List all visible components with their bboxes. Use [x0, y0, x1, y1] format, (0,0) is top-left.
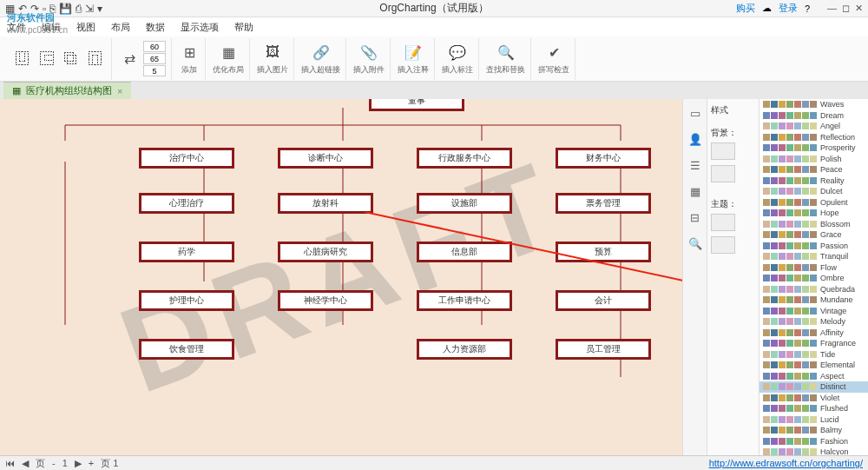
- export-icon[interactable]: ⇲: [85, 3, 94, 15]
- theme-row[interactable]: Grace: [760, 229, 868, 241]
- close-icon[interactable]: ✕: [855, 3, 863, 14]
- org-node[interactable]: 预算: [556, 242, 651, 262]
- menu-file[interactable]: 文件: [7, 21, 26, 34]
- theme-row[interactable]: Mundane: [760, 295, 868, 306]
- org-node[interactable]: 心脏病研究: [278, 242, 373, 262]
- theme-row[interactable]: Melody: [760, 316, 868, 328]
- theme-row[interactable]: Quebrada: [760, 284, 868, 295]
- spacing-w[interactable]: [143, 41, 166, 52]
- org-node[interactable]: 票务管理: [556, 193, 651, 214]
- theme-row[interactable]: Opulent: [760, 197, 868, 209]
- tab-close-icon[interactable]: ×: [117, 86, 122, 96]
- theme-row[interactable]: Vintage: [760, 306, 868, 317]
- minimize-icon[interactable]: —: [827, 3, 837, 14]
- theme-row[interactable]: Ombre: [760, 273, 868, 284]
- page-add-icon[interactable]: +: [89, 458, 94, 468]
- theme-row[interactable]: Halcyon: [760, 447, 868, 455]
- org-node-root[interactable]: 董事: [369, 99, 464, 111]
- org-node[interactable]: 护理中心: [139, 290, 234, 311]
- note-icon[interactable]: 📝: [403, 42, 424, 63]
- theme-row[interactable]: Angel: [760, 121, 868, 132]
- theme-row[interactable]: Lucid: [760, 414, 868, 426]
- org-node[interactable]: 神经学中心: [278, 290, 373, 311]
- menu-edit[interactable]: 编辑: [42, 21, 61, 34]
- org-node[interactable]: 员工管理: [556, 339, 651, 360]
- theme-row[interactable]: Tide: [760, 349, 868, 361]
- new-icon[interactable]: ▫: [43, 3, 46, 15]
- org-node[interactable]: 药学: [139, 242, 234, 262]
- theme-row[interactable]: Waves: [760, 99, 868, 110]
- theme-row[interactable]: Fashion: [760, 436, 868, 447]
- bg-thumb-1[interactable]: [711, 142, 735, 160]
- card-icon[interactable]: ▭: [687, 104, 704, 122]
- buy-link[interactable]: 购买: [736, 2, 755, 15]
- print-icon[interactable]: ⎙: [76, 3, 82, 15]
- org-node[interactable]: 诊断中心: [278, 148, 373, 169]
- table-icon[interactable]: ▦: [687, 182, 704, 200]
- spacing-h[interactable]: [143, 53, 166, 64]
- person-icon[interactable]: 👤: [687, 130, 704, 148]
- hyperlink-icon[interactable]: 🔗: [311, 42, 332, 63]
- page-next-icon[interactable]: ▶: [75, 458, 82, 469]
- theme-row[interactable]: Prosperity: [760, 142, 868, 154]
- theme-row[interactable]: Dulcet: [760, 186, 868, 197]
- theme-row[interactable]: Peace: [760, 164, 868, 175]
- org-node[interactable]: 设施部: [417, 193, 512, 214]
- org-node[interactable]: 治疗中心: [139, 148, 234, 169]
- org-node[interactable]: 工作申请中心: [417, 290, 512, 311]
- menu-data[interactable]: 数据: [146, 21, 165, 34]
- theme-thumb-1[interactable]: [711, 214, 735, 231]
- theme-row[interactable]: Blossom: [760, 219, 868, 230]
- open-icon[interactable]: ⎘: [49, 3, 56, 15]
- more-icon[interactable]: ▾: [97, 3, 102, 15]
- insert-pic-icon[interactable]: 🖼: [262, 42, 283, 63]
- theme-row[interactable]: Dream: [760, 110, 868, 122]
- list-icon[interactable]: ☰: [687, 156, 704, 174]
- page-prev-icon[interactable]: ◀: [22, 458, 29, 469]
- theme-row[interactable]: Passion: [760, 241, 868, 252]
- optimize-icon[interactable]: ▦: [218, 42, 239, 63]
- menu-view[interactable]: 视图: [76, 21, 95, 34]
- layout-left-icon[interactable]: ⿷: [36, 49, 57, 70]
- org-node[interactable]: 人力资源部: [417, 339, 512, 360]
- spacing-icon[interactable]: ⇄: [119, 49, 140, 70]
- comment-icon[interactable]: 💬: [447, 42, 468, 63]
- document-tab[interactable]: ▦ 医疗机构组织结构图 ×: [3, 82, 131, 99]
- theme-row[interactable]: Reality: [760, 175, 868, 187]
- org-node[interactable]: 财务中心: [556, 148, 651, 169]
- theme-row[interactable]: Reflection: [760, 132, 868, 143]
- org-node[interactable]: 行政服务中心: [417, 148, 512, 169]
- bg-thumb-2[interactable]: [711, 165, 735, 182]
- theme-row[interactable]: Flushed: [760, 403, 868, 414]
- theme-row[interactable]: Balmy: [760, 425, 868, 436]
- footer-link[interactable]: http://www.edrawsoft.cn/orgcharting/: [709, 458, 863, 468]
- theme-row[interactable]: Tranquil: [760, 251, 868, 262]
- page-first-icon[interactable]: ⏮: [5, 458, 15, 468]
- login-link[interactable]: 登录: [779, 2, 798, 15]
- theme-row[interactable]: Violet: [760, 393, 868, 404]
- theme-row[interactable]: Hope: [760, 208, 868, 219]
- redo-icon[interactable]: ↷: [30, 3, 39, 15]
- save-icon[interactable]: 💾: [59, 3, 72, 15]
- theme-thumb-2[interactable]: [711, 236, 735, 254]
- tree-icon[interactable]: ⊟: [687, 209, 704, 226]
- org-node[interactable]: 信息部: [417, 242, 512, 262]
- org-node[interactable]: 心理治疗: [139, 193, 234, 214]
- attachment-icon[interactable]: 📎: [358, 42, 379, 63]
- find-icon[interactable]: 🔍: [496, 42, 516, 63]
- maximize-icon[interactable]: ◻: [842, 3, 850, 14]
- menu-help[interactable]: 帮助: [234, 21, 253, 34]
- layout-horiz-icon[interactable]: ⿵: [85, 49, 106, 70]
- org-node[interactable]: 放射科: [278, 193, 373, 214]
- help-icon[interactable]: ?: [805, 3, 810, 14]
- theme-row[interactable]: Fragrance: [760, 338, 868, 349]
- menu-layout[interactable]: 布局: [111, 21, 130, 34]
- add-shape-icon[interactable]: ⊞: [179, 42, 200, 63]
- menu-display[interactable]: 显示选项: [181, 21, 219, 34]
- cloud-icon[interactable]: ☁: [762, 3, 772, 14]
- spellcheck-icon[interactable]: ✔: [543, 42, 564, 63]
- theme-row[interactable]: Elemental: [760, 360, 868, 371]
- search-side-icon[interactable]: 🔍: [687, 235, 704, 252]
- layout-tree-icon[interactable]: ⿶: [12, 49, 33, 70]
- org-node[interactable]: 饮食管理: [139, 339, 234, 360]
